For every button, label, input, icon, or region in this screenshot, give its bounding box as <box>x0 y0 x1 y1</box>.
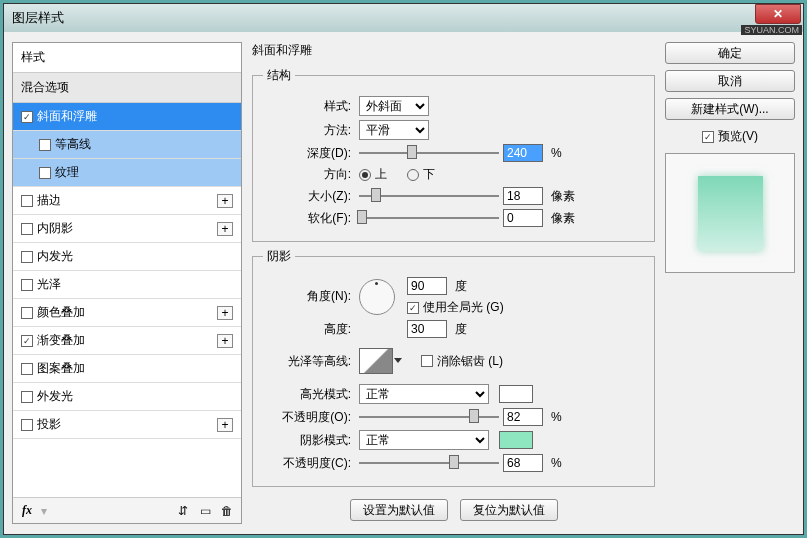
opacity1-unit: % <box>551 410 562 424</box>
soften-slider[interactable] <box>359 210 499 226</box>
depth-input[interactable] <box>503 144 543 162</box>
highlight-mode-select[interactable]: 正常 <box>359 384 489 404</box>
style-item-checkbox[interactable] <box>21 111 33 123</box>
style-item-label: 等高线 <box>55 136 91 153</box>
style-item-label: 内阴影 <box>37 220 73 237</box>
style-item-label: 纹理 <box>55 164 79 181</box>
opacity2-unit: % <box>551 456 562 470</box>
structure-legend: 结构 <box>263 67 295 84</box>
depth-unit: % <box>551 146 562 160</box>
page-icon[interactable]: ▭ <box>197 503 213 519</box>
style-item-checkbox[interactable] <box>21 363 33 375</box>
add-effect-button[interactable]: + <box>217 334 233 348</box>
shadow-mode-label: 阴影模式: <box>263 432 351 449</box>
styles-header[interactable]: 样式 <box>13 43 241 73</box>
structure-group: 结构 样式: 外斜面 方法: 平滑 深度(D): % 方向: <box>252 67 655 242</box>
angle-dial[interactable] <box>359 279 395 315</box>
add-effect-button[interactable]: + <box>217 222 233 236</box>
style-item-checkbox[interactable] <box>21 419 33 431</box>
cancel-button[interactable]: 取消 <box>665 70 795 92</box>
opacity2-label: 不透明度(C): <box>263 455 351 472</box>
set-default-button[interactable]: 设置为默认值 <box>350 499 448 521</box>
size-input[interactable] <box>503 187 543 205</box>
size-slider[interactable] <box>359 188 499 204</box>
watermark: SYUAN.COM <box>741 25 802 35</box>
method-select[interactable]: 平滑 <box>359 120 429 140</box>
direction-up-label: 上 <box>375 166 387 183</box>
style-item-3[interactable]: 描边+ <box>13 187 241 215</box>
style-item-2[interactable]: 纹理 <box>13 159 241 187</box>
trash-icon[interactable]: 🗑 <box>219 503 235 519</box>
altitude-input[interactable] <box>407 320 447 338</box>
size-label: 大小(Z): <box>263 188 351 205</box>
opacity2-input[interactable] <box>503 454 543 472</box>
direction-down-radio[interactable] <box>407 169 419 181</box>
opacity1-slider[interactable] <box>359 409 499 425</box>
soften-input[interactable] <box>503 209 543 227</box>
style-label: 样式: <box>263 98 351 115</box>
style-item-checkbox[interactable] <box>21 251 33 263</box>
styles-sidebar: 样式 混合选项 斜面和浮雕等高线纹理描边+内阴影+内发光光泽颜色叠加+渐变叠加+… <box>12 42 242 524</box>
global-light-label: 使用全局光 (G) <box>423 299 504 316</box>
gloss-contour-picker[interactable] <box>359 348 393 374</box>
settings-panel: 斜面和浮雕 结构 样式: 外斜面 方法: 平滑 深度(D): % <box>252 42 655 524</box>
style-item-7[interactable]: 颜色叠加+ <box>13 299 241 327</box>
direction-up-radio[interactable] <box>359 169 371 181</box>
shadow-legend: 阴影 <box>263 248 295 265</box>
preview-label: 预览(V) <box>718 128 758 145</box>
new-style-button[interactable]: 新建样式(W)... <box>665 98 795 120</box>
shadow-mode-select[interactable]: 正常 <box>359 430 489 450</box>
style-item-checkbox[interactable] <box>21 335 33 347</box>
style-item-checkbox[interactable] <box>21 391 33 403</box>
style-item-11[interactable]: 投影+ <box>13 411 241 439</box>
angle-input[interactable] <box>407 277 447 295</box>
style-item-9[interactable]: 图案叠加 <box>13 355 241 383</box>
preview-box <box>665 153 795 273</box>
dialog-body: 样式 混合选项 斜面和浮雕等高线纹理描边+内阴影+内发光光泽颜色叠加+渐变叠加+… <box>4 32 803 534</box>
default-buttons-row: 设置为默认值 复位为默认值 <box>252 499 655 521</box>
style-item-1[interactable]: 等高线 <box>13 131 241 159</box>
ok-button[interactable]: 确定 <box>665 42 795 64</box>
shadow-group: 阴影 角度(N): 度 使用全局光 (G) <box>252 248 655 487</box>
style-item-checkbox[interactable] <box>21 223 33 235</box>
style-item-checkbox[interactable] <box>21 195 33 207</box>
shadow-color-swatch[interactable] <box>499 431 533 449</box>
style-item-label: 描边 <box>37 192 61 209</box>
add-effect-button[interactable]: + <box>217 306 233 320</box>
style-item-checkbox[interactable] <box>39 139 51 151</box>
depth-slider[interactable] <box>359 145 499 161</box>
add-effect-button[interactable]: + <box>217 194 233 208</box>
style-item-8[interactable]: 渐变叠加+ <box>13 327 241 355</box>
preview-checkbox[interactable] <box>702 131 714 143</box>
style-select[interactable]: 外斜面 <box>359 96 429 116</box>
fx-icon[interactable]: fx <box>19 503 35 519</box>
style-item-checkbox[interactable] <box>21 279 33 291</box>
opacity2-slider[interactable] <box>359 455 499 471</box>
antialias-label: 消除锯齿 (L) <box>437 353 503 370</box>
sidebar-footer: fx ▾ ⇵ ▭ 🗑 <box>13 497 241 523</box>
reset-default-button[interactable]: 复位为默认值 <box>460 499 558 521</box>
right-panel: 确定 取消 新建样式(W)... 预览(V) <box>665 42 795 524</box>
opacity1-input[interactable] <box>503 408 543 426</box>
preview-swatch <box>698 176 763 251</box>
style-item-0[interactable]: 斜面和浮雕 <box>13 103 241 131</box>
style-item-checkbox[interactable] <box>39 167 51 179</box>
global-light-checkbox[interactable] <box>407 302 419 314</box>
soften-label: 软化(F): <box>263 210 351 227</box>
style-item-4[interactable]: 内阴影+ <box>13 215 241 243</box>
style-item-checkbox[interactable] <box>21 307 33 319</box>
antialias-checkbox[interactable] <box>421 355 433 367</box>
up-down-icon[interactable]: ⇵ <box>175 503 191 519</box>
blending-options[interactable]: 混合选项 <box>13 73 241 103</box>
style-item-10[interactable]: 外发光 <box>13 383 241 411</box>
style-item-label: 图案叠加 <box>37 360 85 377</box>
add-effect-button[interactable]: + <box>217 418 233 432</box>
close-button[interactable]: ✕ <box>755 4 801 24</box>
style-item-label: 颜色叠加 <box>37 304 85 321</box>
highlight-mode-label: 高光模式: <box>263 386 351 403</box>
highlight-color-swatch[interactable] <box>499 385 533 403</box>
direction-down-label: 下 <box>423 166 435 183</box>
altitude-unit: 度 <box>455 321 467 338</box>
style-item-6[interactable]: 光泽 <box>13 271 241 299</box>
style-item-5[interactable]: 内发光 <box>13 243 241 271</box>
